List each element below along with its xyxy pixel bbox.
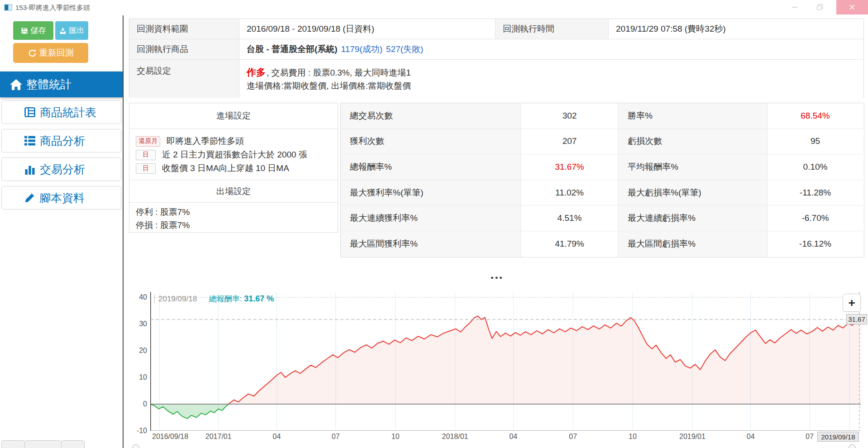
exec-time-label: 回測執行時間 (496, 19, 609, 39)
pencil-icon (24, 193, 35, 203)
x-axis-tick-label: 04 (509, 433, 517, 441)
stat-label: 虧損次數 (619, 129, 768, 155)
minimize-icon (792, 7, 797, 8)
period-badge-day: 日 (136, 163, 156, 174)
stat-label: 最大區間虧損率% (619, 231, 768, 257)
restore-button[interactable] (810, 0, 830, 14)
sidebar-divider (123, 15, 124, 448)
x-axis-tick-label: 07 (569, 433, 577, 441)
stat-label: 總交易次數 (341, 103, 521, 129)
x-axis-labels: 2016/09/182017/010407102018/010407102019… (126, 433, 868, 443)
chart-header-series-label: 總報酬率: (209, 295, 242, 303)
refresh-icon (28, 49, 37, 57)
stat-label: 平均報酬率% (619, 154, 768, 180)
restore-icon (816, 4, 824, 11)
zoom-in-button[interactable]: + (843, 294, 861, 312)
crosshair-value-label: 31.67 (846, 314, 867, 324)
stat-value: 4.51% (521, 205, 619, 231)
sidebar-item-overall-stats[interactable]: 整體統計 (0, 71, 123, 97)
range-slider-right-knob[interactable] (849, 444, 856, 448)
save-label: 儲存 (31, 25, 46, 36)
stat-value: 207 (521, 129, 619, 155)
entry-conditions: 還原月 即將進入季節性多頭 日 近 2 日主力買超張數合計大於 2000 張 日… (129, 129, 338, 180)
chart-plot-area[interactable] (150, 292, 861, 431)
exit-settings-header: 出場設定 (129, 180, 338, 203)
x-axis-tick-label: 2016/09/18 (152, 433, 188, 441)
stat-value: 11.02% (521, 180, 619, 206)
close-button[interactable] (836, 0, 868, 14)
product-value: 台股 - 普通股全部(系統) 1179(成功) 527(失敗) (239, 39, 863, 60)
range-value: 2016/09/18 - 2019/09/18 (日資料) (239, 19, 496, 39)
stat-value: 31.67% (521, 154, 619, 180)
product-label: 回測執行商品 (129, 39, 239, 60)
bar-chart-icon (24, 164, 35, 175)
entry-settings-header: 進場設定 (129, 103, 338, 129)
condition-text: 即將進入季節性多頭 (167, 135, 244, 147)
trade-fees: , 交易費用 : 股票0.3%, 最大同時進場1 (267, 68, 411, 77)
stat-value: 95 (768, 129, 863, 155)
success-count-link[interactable]: 1179(成功) (341, 43, 383, 55)
exec-time-value: 2019/11/29 07:58 (費時32秒) (609, 19, 863, 39)
rerun-backtest-button[interactable]: 重新回測 (13, 43, 88, 63)
backtest-info-table: 回測資料範圍 2016/09/18 - 2019/09/18 (日資料) 回測執… (129, 19, 864, 98)
stat-value: -6.70% (768, 205, 863, 231)
fail-count-link[interactable]: 527(失敗) (386, 43, 423, 55)
bottom-left-button[interactable] (61, 440, 85, 448)
chart-header: 2019/09/18 總報酬率: 31.67 % (154, 294, 274, 304)
period-badge-month: 還原月 (136, 136, 160, 147)
stat-label: 最大獲利率%(單筆) (341, 180, 521, 206)
entry-exit-panel: 進場設定 還原月 即將進入季節性多頭 日 近 2 日主力買超張數合計大於 200… (129, 103, 338, 233)
stat-label: 最大區間獲利率% (341, 231, 521, 257)
sidebar-item-label: 整體統計 (26, 77, 72, 92)
x-axis-tick-label: 07 (332, 433, 340, 441)
sidebar-item-label: 交易分析 (40, 162, 85, 177)
product-name: 台股 - 普通股全部(系統) (247, 43, 338, 55)
chart-header-date: 2019/09/18 (154, 295, 197, 303)
x-axis-tick-label: 04 (747, 433, 755, 441)
export-label: 匯出 (69, 25, 85, 36)
sidebar-item-script-data[interactable]: 腳本資料 (1, 186, 121, 210)
close-icon (849, 4, 856, 11)
x-axis-tick-label: 10 (391, 433, 400, 441)
sidebar-item-trade-analysis[interactable]: 交易分析 (1, 157, 121, 181)
sidebar: 儲存 匯出 重新回測 整體統計 商品統計表 商品分析 交易分析 腳本資料 (0, 15, 123, 448)
x-axis-tick-label: 2017/01 (205, 433, 232, 441)
stat-label: 總報酬率% (341, 154, 521, 180)
condition-row: 日 近 2 日主力買超張數合計大於 2000 張 (136, 148, 338, 162)
crosshair-date-label: 2019/09/18 (817, 432, 859, 442)
x-axis-tick-label: 04 (273, 433, 281, 441)
stat-label: 最大連續虧損率% (619, 205, 768, 231)
sidebar-item-label: 商品分析 (40, 133, 85, 148)
app-icon (4, 4, 12, 11)
stat-label: 最大虧損率%(單筆) (619, 180, 768, 206)
stat-label: 勝率% (619, 103, 768, 129)
x-axis-tick-label: 2019/01 (679, 433, 706, 441)
backtest-window: 153-即將進入季節性多頭 儲存 匯出 重新回測 整體統計 商品統計表 (0, 0, 868, 448)
y-axis-tick-label: 10 (126, 373, 147, 382)
x-axis-tick-label: 2018/01 (442, 433, 468, 441)
stat-value: 41.79% (521, 231, 619, 257)
minimize-button[interactable] (784, 0, 805, 14)
y-axis-tick-label: 30 (126, 319, 147, 329)
bottom-left-button[interactable] (24, 440, 62, 448)
sidebar-item-product-analysis[interactable]: 商品分析 (1, 129, 121, 153)
y-axis-tick-label: 40 (126, 293, 147, 302)
range-label: 回測資料範圍 (129, 19, 239, 39)
trade-direction: 作多 (247, 67, 266, 77)
stat-value: 302 (521, 103, 619, 129)
export-button[interactable]: 匯出 (55, 21, 88, 40)
save-button[interactable]: 儲存 (13, 21, 53, 40)
y-axis-tick-label: 20 (126, 346, 147, 355)
condition-row: 日 收盤價 3 日MA向上穿越 10 日MA (136, 162, 338, 175)
panel-splitter-handle[interactable]: ●●● (126, 274, 868, 281)
trade-settings-label: 交易設定 (129, 60, 239, 98)
bottom-left-button[interactable] (1, 440, 25, 448)
range-slider-left-knob[interactable] (132, 444, 139, 448)
stats-table: 總交易次數 302 勝率% 68.54% 獲利次數 207 虧損次數 95 總報… (340, 103, 864, 257)
stop-loss-text: 停損 : 股票7% (136, 219, 338, 232)
title-bar: 153-即將進入季節性多頭 (0, 0, 868, 15)
trade-settings-line2: 進場價格:當期收盤價, 出場價格:當期收盤價 (247, 79, 411, 92)
home-icon (10, 79, 22, 90)
sidebar-item-product-stats-table[interactable]: 商品統計表 (1, 100, 121, 124)
stat-value: -11.28% (768, 180, 863, 206)
